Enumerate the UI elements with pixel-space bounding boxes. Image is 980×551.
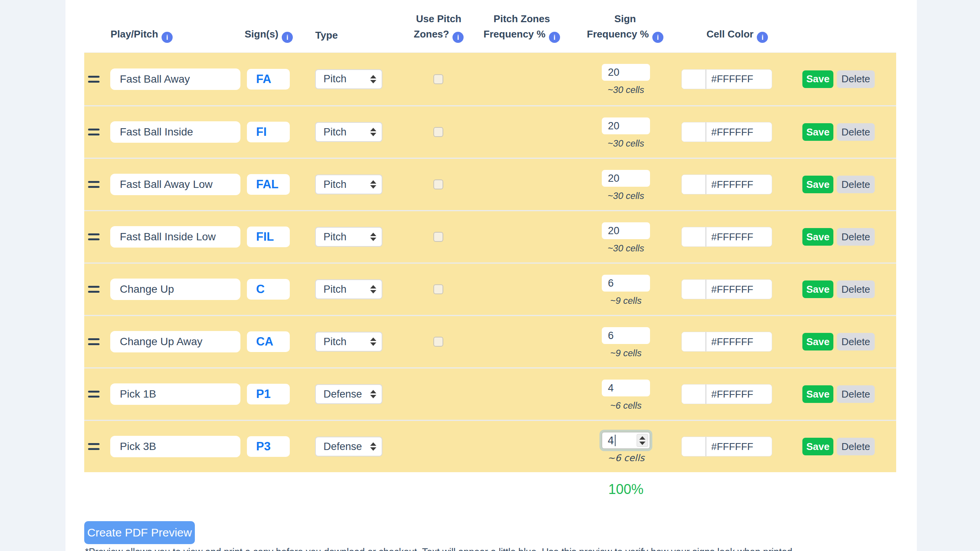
save-button[interactable]: Save bbox=[802, 438, 833, 455]
type-select[interactable]: Pitch bbox=[315, 122, 382, 142]
cell-color-value: #FFFFFF bbox=[711, 231, 753, 243]
sign-frequency-input[interactable] bbox=[602, 170, 650, 187]
sign-frequency-input-focused[interactable]: 4 bbox=[602, 432, 650, 449]
use-pitch-zones-checkbox[interactable] bbox=[433, 284, 443, 294]
text-caret bbox=[615, 435, 616, 446]
delete-button[interactable]: Delete bbox=[837, 228, 875, 246]
delete-button[interactable]: Delete bbox=[837, 70, 875, 88]
cell-color-input[interactable]: #FFFFFF bbox=[681, 437, 772, 456]
select-arrows-icon bbox=[370, 337, 376, 346]
play-pitch-input[interactable] bbox=[110, 121, 240, 143]
cell-color-input[interactable]: #FFFFFF bbox=[681, 174, 772, 194]
info-icon[interactable]: i bbox=[757, 32, 768, 43]
drag-handle-icon[interactable] bbox=[88, 74, 102, 84]
table-row: Pitch ~9 cells #FFFFFF Save Delete bbox=[84, 315, 896, 367]
use-pitch-zones-checkbox[interactable] bbox=[433, 232, 443, 242]
cell-color-input[interactable]: #FFFFFF bbox=[681, 122, 772, 142]
table-row: Pitch ~30 cells #FFFFFF Save Delete bbox=[84, 105, 896, 158]
sign-input[interactable] bbox=[247, 279, 290, 300]
cell-color-input[interactable]: #FFFFFF bbox=[681, 279, 772, 299]
cell-color-input[interactable]: #FFFFFF bbox=[681, 69, 772, 89]
sign-frequency-input[interactable] bbox=[602, 327, 650, 344]
save-button[interactable]: Save bbox=[802, 280, 833, 298]
sign-frequency-input[interactable] bbox=[602, 117, 650, 134]
save-button[interactable]: Save bbox=[802, 176, 833, 193]
number-stepper[interactable] bbox=[637, 434, 648, 447]
play-pitch-input[interactable] bbox=[110, 383, 240, 405]
create-pdf-preview-button[interactable]: Create PDF Preview bbox=[84, 521, 195, 544]
sign-input[interactable] bbox=[247, 331, 290, 352]
drag-handle-icon[interactable] bbox=[88, 442, 102, 452]
color-swatch[interactable] bbox=[682, 385, 706, 404]
delete-button[interactable]: Delete bbox=[837, 333, 875, 350]
type-select[interactable]: Defense bbox=[315, 437, 382, 456]
divider bbox=[706, 385, 706, 404]
info-icon[interactable]: i bbox=[549, 32, 560, 43]
delete-button[interactable]: Delete bbox=[837, 176, 875, 193]
divider bbox=[706, 280, 706, 299]
type-select[interactable]: Pitch bbox=[315, 279, 382, 299]
type-select[interactable]: Pitch bbox=[315, 332, 382, 352]
approx-cells-label: ~6 cells bbox=[608, 453, 645, 463]
sign-frequency-input[interactable] bbox=[602, 275, 650, 292]
approx-cells-label: ~6 cells bbox=[610, 400, 642, 411]
column-header-cell-color: Cell Colori bbox=[676, 13, 799, 43]
drag-handle-icon[interactable] bbox=[88, 179, 102, 189]
sign-input[interactable] bbox=[247, 122, 290, 142]
save-button[interactable]: Save bbox=[802, 228, 833, 246]
sign-input[interactable] bbox=[247, 384, 290, 404]
color-swatch[interactable] bbox=[682, 280, 706, 299]
play-pitch-input[interactable] bbox=[110, 436, 240, 457]
delete-button[interactable]: Delete bbox=[837, 123, 875, 141]
sign-frequency-cell: ~6 cells bbox=[602, 380, 650, 411]
sign-input[interactable] bbox=[247, 436, 290, 457]
use-pitch-zones-checkbox[interactable] bbox=[433, 179, 443, 189]
play-pitch-input[interactable] bbox=[110, 279, 240, 300]
sign-input[interactable] bbox=[247, 174, 290, 195]
play-pitch-input[interactable] bbox=[110, 174, 240, 195]
color-swatch[interactable] bbox=[682, 122, 706, 142]
drag-handle-icon[interactable] bbox=[88, 389, 102, 399]
color-swatch[interactable] bbox=[682, 175, 706, 194]
color-swatch[interactable] bbox=[682, 227, 706, 246]
select-arrows-icon bbox=[370, 128, 376, 136]
play-pitch-input[interactable] bbox=[110, 331, 240, 352]
color-swatch[interactable] bbox=[682, 437, 706, 456]
cell-color-value: #FFFFFF bbox=[711, 441, 753, 453]
sign-frequency-input[interactable] bbox=[602, 222, 650, 239]
use-pitch-zones-checkbox[interactable] bbox=[433, 127, 443, 137]
cell-color-input[interactable]: #FFFFFF bbox=[681, 384, 772, 404]
use-pitch-zones-checkbox[interactable] bbox=[433, 74, 443, 84]
type-select-value: Defense bbox=[323, 388, 370, 400]
drag-handle-icon[interactable] bbox=[88, 337, 102, 347]
select-arrows-icon bbox=[370, 233, 376, 241]
sign-frequency-input[interactable] bbox=[602, 64, 650, 81]
type-select[interactable]: Defense bbox=[315, 384, 382, 404]
save-button[interactable]: Save bbox=[802, 123, 833, 141]
type-select[interactable]: Pitch bbox=[315, 69, 382, 89]
cell-color-input[interactable]: #FFFFFF bbox=[681, 332, 772, 352]
save-button[interactable]: Save bbox=[802, 70, 833, 88]
type-select[interactable]: Pitch bbox=[315, 227, 382, 247]
sign-frequency-input[interactable] bbox=[602, 380, 650, 396]
drag-handle-icon[interactable] bbox=[88, 284, 102, 294]
drag-handle-icon[interactable] bbox=[88, 232, 102, 242]
color-swatch[interactable] bbox=[682, 332, 706, 351]
sign-input[interactable] bbox=[247, 227, 290, 247]
sign-input[interactable] bbox=[247, 69, 290, 90]
delete-button[interactable]: Delete bbox=[837, 280, 875, 298]
delete-button[interactable]: Delete bbox=[837, 385, 875, 403]
type-select[interactable]: Pitch bbox=[315, 174, 382, 194]
play-pitch-input[interactable] bbox=[110, 226, 240, 248]
save-button[interactable]: Save bbox=[802, 333, 833, 350]
save-button[interactable]: Save bbox=[802, 385, 833, 403]
cell-color-input[interactable]: #FFFFFF bbox=[681, 227, 772, 247]
use-pitch-zones-checkbox[interactable] bbox=[433, 337, 443, 347]
play-pitch-input[interactable] bbox=[110, 68, 240, 90]
drag-handle-icon[interactable] bbox=[88, 127, 102, 137]
info-icon[interactable]: i bbox=[162, 32, 173, 43]
table-row: Pitch ~9 cells #FFFFFF Save Delete bbox=[84, 262, 896, 315]
color-swatch[interactable] bbox=[682, 70, 706, 89]
delete-button[interactable]: Delete bbox=[837, 438, 875, 455]
info-icon[interactable]: i bbox=[652, 32, 663, 43]
